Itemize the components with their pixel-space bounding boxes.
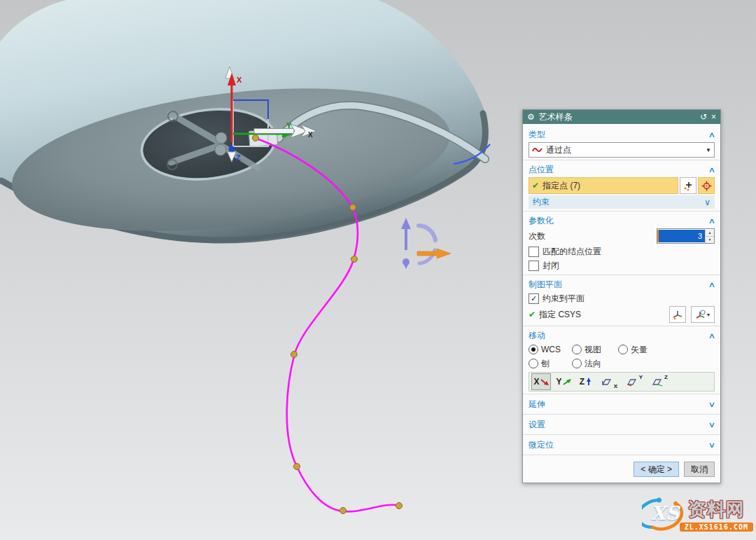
move-y-button[interactable]: Y [554, 373, 573, 390]
dialog-title-bar[interactable]: ⚙ 艺术样条 ↺ × [523, 110, 720, 124]
radio-view[interactable]: 视图 [572, 344, 618, 356]
chevron-down-icon[interactable]: ∨ [708, 441, 716, 450]
csys-dialog-button[interactable] [669, 306, 686, 323]
specify-csys-label: 指定 CSYS [539, 309, 664, 321]
radio-selected-icon[interactable] [528, 345, 538, 354]
spline-point-5[interactable] [294, 464, 300, 470]
xy-plane-icon [652, 377, 664, 387]
chevron-up-icon[interactable]: ∧ [708, 165, 716, 174]
specify-csys-row: ✔ 指定 CSYS ▼ [528, 305, 715, 324]
art-spline-dialog: ⚙ 艺术样条 ↺ × 类型 ∧ 通过点 ▼ 点位置 ∧ ✔ 指定点 (7) [522, 109, 721, 483]
watermark-xs-text: XS [651, 502, 679, 524]
radio-normal[interactable]: 法向 [572, 358, 601, 370]
csys-dialog-icon [672, 310, 683, 320]
chevron-up-icon[interactable]: ∧ [708, 331, 716, 340]
section-label: 微定位 [528, 439, 709, 451]
radio-icon[interactable] [572, 359, 582, 368]
z-axis-ball[interactable] [229, 146, 235, 153]
plane-axis-letter: Z [664, 374, 668, 380]
chevron-up-icon[interactable]: ∧ [708, 130, 716, 139]
chevron-up-icon[interactable]: ∧ [708, 280, 716, 289]
checkbox-unchecked[interactable] [528, 247, 539, 257]
degree-spinner[interactable]: 3 ▲ ▼ [657, 228, 715, 244]
chevron-up-icon[interactable]: ∧ [708, 216, 716, 226]
csys-inferred-icon [695, 310, 706, 320]
ok-button[interactable]: < 确定 > [634, 462, 679, 477]
section-header-type[interactable]: 类型 ∧ [528, 127, 715, 141]
checkbox-unchecked[interactable] [528, 261, 539, 271]
close-icon[interactable]: × [711, 110, 716, 124]
radio-wcs[interactable]: WCS [528, 345, 572, 354]
spin-up-icon[interactable]: ▲ [705, 230, 714, 237]
section-header-settings[interactable]: 设置 ∨ [528, 417, 715, 432]
specify-point-row: ✔ 指定点 (7) [528, 177, 715, 194]
specify-point-label: 指定点 (7) [542, 180, 580, 192]
spline-point-3[interactable] [351, 256, 358, 263]
section-label: 延伸 [528, 399, 709, 410]
point-dialog-button[interactable] [680, 177, 696, 194]
plane-axis-letter: X [614, 383, 617, 389]
spline-point-1[interactable] [253, 135, 259, 141]
separator [523, 434, 720, 435]
spline-point-2[interactable] [350, 205, 356, 211]
move-xz-plane-button[interactable]: Y [624, 373, 646, 390]
checkbox-checked[interactable]: ✓ [528, 293, 539, 304]
cancel-button[interactable]: 取消 [684, 462, 715, 477]
type-dropdown[interactable]: 通过点 ▼ [528, 142, 715, 158]
chevron-down-icon[interactable]: ∨ [708, 420, 716, 429]
move-radio-row-1: WCS 视图 矢量 [528, 342, 715, 356]
section-header-drawing-plane[interactable]: 制图平面 ∧ [528, 277, 715, 291]
spline-point-7[interactable] [396, 503, 402, 509]
move-z-button[interactable]: Z [576, 373, 596, 390]
move-xy-plane-button[interactable]: Z [649, 373, 671, 390]
section-header-micro-positioning[interactable]: 微定位 ∨ [528, 437, 715, 452]
radio-plane[interactable]: 刨 [528, 358, 572, 370]
chevron-down-icon[interactable]: ▼ [706, 147, 711, 153]
separator [523, 326, 720, 326]
spin-down-icon[interactable]: ▼ [705, 237, 714, 243]
chevron-down-icon[interactable]: ∨ [708, 400, 716, 409]
constraint-label: 约束 [533, 196, 704, 208]
radio-vector[interactable]: 矢量 [618, 344, 648, 356]
move-yz-plane-button[interactable]: X [598, 373, 621, 390]
plane-axis-letter: Y [639, 374, 643, 380]
match-knots-label: 匹配的结点位置 [542, 246, 601, 258]
separator [523, 414, 720, 415]
x-arrow-icon [540, 378, 549, 386]
section-header-move[interactable]: 移动 ∧ [528, 328, 715, 342]
radio-icon[interactable] [618, 345, 628, 354]
section-header-parameterization[interactable]: 参数化 ∧ [528, 214, 715, 228]
chevron-down-icon[interactable]: ▼ [706, 312, 711, 317]
constraint-subsection[interactable]: 约束 ∨ [528, 195, 715, 209]
radio-icon[interactable] [572, 345, 582, 354]
constrain-to-plane-row[interactable]: ✓ 约束到平面 [528, 291, 715, 305]
drag-arrow-x-label: X [308, 131, 313, 139]
separator [523, 394, 720, 394]
watermark-site-name: 资料网 [688, 497, 745, 522]
point-dialog-icon [683, 181, 694, 191]
section-header-extension[interactable]: 延伸 ∨ [528, 396, 715, 412]
watermark-url: ZL.XS1616.COM [680, 522, 753, 532]
chevron-down-icon[interactable]: ∨ [704, 198, 710, 207]
constrain-to-plane-label: 约束到平面 [542, 293, 584, 305]
watermark: XS 资料网 ZL.XS1616.COM [642, 494, 753, 534]
spline-point-4[interactable] [291, 352, 298, 358]
move-x-button[interactable]: X [531, 373, 551, 390]
y-arrow-icon [563, 378, 571, 386]
yz-plane-icon [602, 377, 613, 387]
specify-point-field[interactable]: ✔ 指定点 (7) [528, 177, 678, 194]
csys-constructor-button[interactable]: ▼ [691, 306, 715, 323]
closed-row[interactable]: 封闭 [528, 258, 715, 272]
section-label: 设置 [528, 419, 709, 431]
radio-icon[interactable] [528, 359, 538, 368]
point-constructor-button[interactable] [698, 177, 715, 194]
reset-icon[interactable]: ↺ [700, 110, 707, 124]
closed-label: 封闭 [542, 260, 559, 272]
section-header-point-position[interactable]: 点位置 ∧ [528, 162, 715, 176]
match-knots-row[interactable]: 匹配的结点位置 [528, 244, 715, 258]
degree-value-field[interactable]: 3 [657, 230, 705, 242]
degree-label: 次数 [528, 230, 545, 242]
separator [523, 275, 720, 275]
separator [523, 160, 720, 160]
spline-point-6[interactable] [340, 508, 346, 514]
